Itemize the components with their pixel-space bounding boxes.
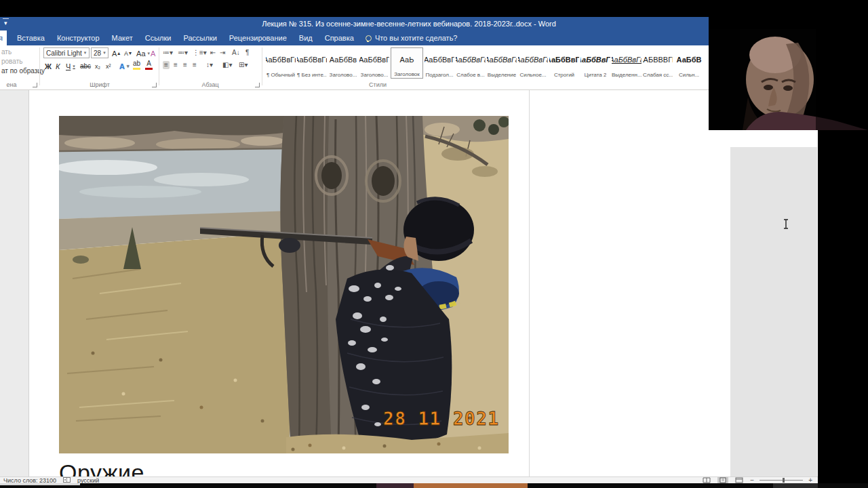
style-preview: АаБбВвГа bbox=[612, 47, 642, 72]
ribbon-tab[interactable]: Рассылки bbox=[177, 30, 222, 45]
style-item[interactable]: АаБбВвГг Строгий bbox=[549, 47, 579, 79]
font-name-combobox[interactable]: Calibri Light▾ bbox=[43, 47, 90, 58]
style-item[interactable]: ААБВВВГГ, Слабая сс... bbox=[643, 47, 673, 79]
tell-me-label: Что вы хотите сделать? bbox=[375, 34, 458, 42]
ribbon-tab[interactable]: Рецензирование bbox=[223, 30, 293, 45]
borders-button[interactable]: ⊞▾ bbox=[239, 61, 248, 69]
bold-button[interactable]: Ж bbox=[45, 60, 52, 71]
ribbon-tab[interactable]: Конструктор bbox=[51, 30, 106, 45]
canvas-left-margin bbox=[0, 90, 29, 476]
justify-button[interactable]: ≡ bbox=[193, 61, 197, 69]
multilevel-list-button[interactable]: ⋮≡▾ bbox=[193, 49, 207, 57]
text-effects-button[interactable]: А▾ bbox=[119, 60, 129, 71]
paste-button[interactable]: ать bbox=[1, 48, 12, 56]
overlay-gray-panel bbox=[730, 147, 817, 476]
style-item[interactable]: АаБбВвГа Цитата 2 bbox=[580, 47, 610, 79]
font-size-value: 28 bbox=[94, 49, 101, 57]
sort-button[interactable]: А↓ bbox=[232, 49, 240, 57]
style-preview: АаБбВвГг, bbox=[297, 47, 327, 72]
style-item[interactable]: АаБбВв Заголово... bbox=[328, 47, 358, 79]
style-preview: АаБбВвГа bbox=[580, 47, 610, 72]
document-canvas[interactable]: 28 11 2021 Оружие bbox=[0, 90, 818, 476]
read-mode-button[interactable] bbox=[701, 477, 712, 484]
style-label: Слабая сс... bbox=[643, 72, 673, 79]
ribbon-tab[interactable]: Вставка bbox=[11, 30, 51, 45]
zoom-in-button[interactable]: + bbox=[808, 478, 812, 483]
tab-home-clipped[interactable]: Главная bbox=[0, 30, 7, 45]
page-right-edge bbox=[529, 90, 530, 476]
proofing-status-icon[interactable] bbox=[63, 477, 71, 483]
ribbon-tab[interactable]: Вид bbox=[293, 30, 319, 45]
subscript-button[interactable]: x₂ bbox=[95, 60, 100, 71]
ribbon-tab[interactable]: Макет bbox=[106, 30, 139, 45]
font-dialog-launcher-icon[interactable] bbox=[152, 83, 157, 87]
tell-me-box[interactable]: Что вы хотите сделать? bbox=[360, 30, 463, 45]
style-item[interactable]: АаБбВвГа Выделение bbox=[487, 47, 517, 79]
decrease-indent-button[interactable]: ⇤ bbox=[210, 49, 216, 57]
font-size-combobox[interactable]: 28▾ bbox=[91, 47, 108, 58]
style-item[interactable]: АаБбВвГа Выделенн... bbox=[612, 47, 642, 79]
style-item[interactable]: АаБбВвГг, ¶ Обычный bbox=[266, 47, 296, 79]
window-title: Лекция № 315. Из осенне-зимне-весенне-ле… bbox=[262, 20, 556, 28]
ribbon-tab[interactable]: Ссылки bbox=[139, 30, 178, 45]
group-separator bbox=[262, 47, 262, 85]
clear-formatting-button[interactable]: А bbox=[151, 47, 155, 58]
align-left-button[interactable]: ≡ bbox=[163, 61, 170, 69]
quick-access-customize-icon[interactable]: ▾ bbox=[3, 18, 9, 28]
style-item[interactable]: АаБбВвГ Заголово... bbox=[359, 47, 389, 79]
webcam-overlay bbox=[709, 17, 868, 130]
style-preview: АаБбВвГа bbox=[487, 47, 517, 72]
chevron-down-icon: ▾ bbox=[84, 50, 87, 56]
chevron-down-icon: ▾ bbox=[103, 50, 106, 56]
bottom-artifact-strip bbox=[0, 483, 868, 488]
style-item[interactable]: АаБбВвГа Слабое в... bbox=[456, 47, 486, 79]
show-marks-button[interactable]: ¶ bbox=[245, 49, 249, 57]
style-item[interactable]: АаЬ Заголовок bbox=[391, 47, 423, 79]
font-color-bar bbox=[145, 68, 153, 70]
paragraph-dialog-launcher-icon[interactable] bbox=[255, 83, 260, 87]
shrink-font-button[interactable]: А▾ bbox=[124, 47, 132, 58]
numbered-list-button[interactable]: ≕▾ bbox=[178, 49, 188, 57]
format-painter-button[interactable]: ат по образцу bbox=[1, 67, 45, 75]
zoom-slider[interactable] bbox=[760, 480, 803, 481]
styles-gallery: АаБбВвГг, ¶ Обычный АаБбВвГг, ¶ Без инте… bbox=[266, 47, 704, 79]
increase-indent-button[interactable]: ⇥ bbox=[220, 49, 225, 57]
style-item[interactable]: АаБбВ Сильн... bbox=[674, 47, 704, 79]
paragraph-group-label: Абзац bbox=[161, 81, 259, 88]
title-bar: ▾ Лекция № 315. Из осенне-зимне-весенне-… bbox=[0, 17, 818, 30]
strikethrough-button[interactable]: abc bbox=[80, 60, 91, 71]
web-layout-button[interactable] bbox=[734, 477, 745, 484]
group-separator bbox=[39, 47, 40, 85]
style-preview: АаБбВ bbox=[674, 47, 704, 72]
zoom-out-button[interactable]: − bbox=[750, 478, 754, 483]
word-count[interactable]: Число слов: 23100 bbox=[3, 477, 56, 484]
clipboard-dialog-launcher-icon[interactable] bbox=[33, 83, 37, 87]
grow-font-button[interactable]: А▴ bbox=[112, 47, 120, 58]
bullet-list-button[interactable]: ≔▾ bbox=[163, 49, 173, 57]
underline-button[interactable]: Ч▾ bbox=[66, 60, 75, 71]
font-color-button[interactable]: А bbox=[145, 60, 153, 70]
ribbon-tab[interactable]: Справка bbox=[319, 30, 360, 45]
align-center-button[interactable]: ≡ bbox=[174, 61, 178, 69]
style-item[interactable]: АаБбВвГг, ¶ Без инте... bbox=[297, 47, 327, 79]
align-right-button[interactable]: ≡ bbox=[183, 61, 187, 69]
style-label: Строгий bbox=[554, 72, 574, 79]
style-item[interactable]: АаБбВвГа Сильное... bbox=[518, 47, 548, 79]
style-label: Подзагол... bbox=[425, 72, 453, 79]
change-case-button[interactable]: Аа▾ bbox=[136, 47, 150, 58]
zoom-slider-handle[interactable] bbox=[783, 478, 785, 483]
italic-button[interactable]: К bbox=[56, 60, 60, 71]
ribbon-tab-row: Главная Вставка Конструктор Макет Ссылки… bbox=[0, 30, 818, 45]
text-highlight-button[interactable]: ab bbox=[133, 60, 140, 70]
style-label: Цитата 2 bbox=[585, 72, 607, 79]
word-window: ▾ Лекция № 315. Из осенне-зимне-весенне-… bbox=[0, 17, 818, 483]
style-item[interactable]: АаБбВвГ Подзагол... bbox=[425, 47, 454, 79]
superscript-button[interactable]: x² bbox=[106, 60, 111, 71]
copy-button[interactable]: ровать bbox=[1, 58, 22, 65]
highlight-color-bar bbox=[133, 68, 140, 70]
language-status[interactable]: русский bbox=[77, 477, 99, 484]
line-spacing-button[interactable]: ↕▾ bbox=[206, 61, 213, 69]
print-layout-button[interactable] bbox=[717, 477, 728, 484]
shading-button[interactable]: ◧▾ bbox=[222, 61, 232, 69]
style-label: ¶ Обычный bbox=[267, 72, 295, 79]
